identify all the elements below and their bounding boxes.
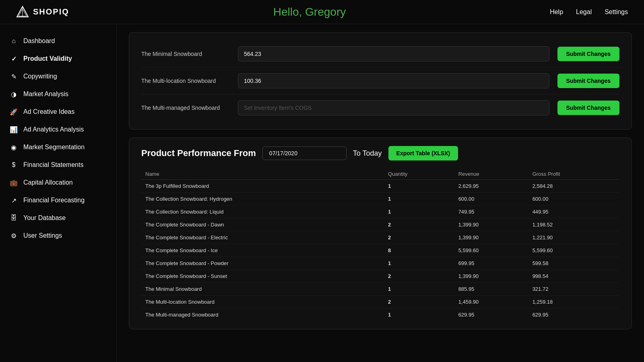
table-row: The 3p Fulfilled Snowboard 1 2,629.95 2,… — [141, 180, 619, 193]
sidebar-item-ad-analytics[interactable]: 📊 Ad Analytics Analysis — [0, 121, 116, 138]
cogs-row-multilocation: The Multi-location Snowboard Submit Chan… — [141, 68, 619, 95]
sidebar-label-product-validity: Product Validity — [23, 55, 72, 62]
sidebar-item-user-settings[interactable]: ⚙ User Settings — [0, 227, 116, 245]
sidebar-item-financial-statements[interactable]: $ Financial Statements — [0, 156, 116, 174]
cell-revenue: 629.95 — [454, 309, 528, 321]
sidebar-item-capital-allocation[interactable]: 💼 Capital Allocation — [0, 174, 116, 191]
cell-qty: 2 — [384, 231, 454, 244]
check-icon: ✓ — [10, 55, 18, 63]
bar-chart-icon: 📊 — [10, 125, 18, 134]
cell-revenue: 1,399.90 — [454, 270, 528, 283]
sidebar-label-financial-forecasting: Financial Forecasting — [23, 197, 85, 204]
app-header: SHOPIQ Hello, Gregory Help Legal Setting… — [0, 0, 644, 24]
sidebar-item-your-database[interactable]: 🗄 Your Database — [0, 209, 116, 227]
col-name: Name — [141, 169, 384, 180]
cell-name: The Multi-managed Snowboard — [141, 309, 384, 321]
cell-revenue: 5,599.60 — [454, 244, 528, 257]
sidebar-item-financial-forecasting[interactable]: ↗ Financial Forecasting — [0, 191, 116, 209]
cell-qty: 8 — [384, 244, 454, 257]
table-row: The Collection Snowboard: Liquid 1 749.9… — [141, 206, 619, 218]
settings-link[interactable]: Settings — [605, 8, 628, 16]
cell-qty: 2 — [384, 218, 454, 231]
cell-name: The Complete Snowboard - Sunset — [141, 270, 384, 283]
sidebar-label-your-database: Your Database — [23, 214, 66, 222]
cell-gross-profit: 1,198.52 — [528, 218, 619, 231]
submit-btn-minimal[interactable]: Submit Changes — [557, 47, 619, 61]
globe-icon: ◉ — [10, 143, 18, 151]
sidebar-label-copywriting: Copywriting — [23, 73, 57, 80]
cell-name: The Complete Snowboard - Powder — [141, 257, 384, 270]
legal-link[interactable]: Legal — [576, 8, 592, 16]
col-gross-profit: Gross Profit — [528, 169, 619, 180]
cell-revenue: 1,399.90 — [454, 218, 528, 231]
table-row: The Complete Snowboard - Dawn 2 1,399.90… — [141, 218, 619, 231]
cell-revenue: 885.95 — [454, 283, 528, 296]
performance-date-input[interactable] — [262, 146, 347, 160]
sidebar: ⌂ Dashboard ✓ Product Validity ✎ Copywri… — [0, 24, 117, 362]
sidebar-label-ad-creative-ideas: Ad Creative Ideas — [23, 108, 74, 115]
table-row: The Complete Snowboard - Powder 1 699.95… — [141, 257, 619, 270]
sidebar-item-market-segmentation[interactable]: ◉ Market Segmentation — [0, 138, 116, 156]
cell-qty: 2 — [384, 270, 454, 283]
cogs-label-minimal: The Minimal Snowboard — [141, 51, 230, 57]
dollar-icon: $ — [10, 161, 18, 169]
cell-qty: 1 — [384, 206, 454, 218]
export-button[interactable]: Export Table (XLSX) — [388, 146, 458, 160]
cell-gross-profit: 599.58 — [528, 257, 619, 270]
logo: SHOPIQ — [16, 6, 69, 19]
trend-icon: ↗ — [10, 196, 18, 204]
sidebar-item-copywriting[interactable]: ✎ Copywriting — [0, 68, 116, 85]
performance-header: Product Performance From To Today Export… — [141, 146, 619, 160]
cell-name: The Collection Snowboard: Liquid — [141, 206, 384, 218]
cogs-label-multimanaged: The Multi-managed Snowboard — [141, 105, 230, 111]
help-link[interactable]: Help — [550, 8, 563, 16]
main-layout: ⌂ Dashboard ✓ Product Validity ✎ Copywri… — [0, 24, 644, 362]
performance-table: Name Quantity Revenue Gross Profit The 3… — [141, 169, 619, 321]
sidebar-item-market-analysis[interactable]: ◑ Market Analysis — [0, 85, 116, 103]
submit-btn-multilocation[interactable]: Submit Changes — [557, 74, 619, 88]
cell-gross-profit: 998.54 — [528, 270, 619, 283]
table-row: The Complete Snowboard - Electric 2 1,39… — [141, 231, 619, 244]
submit-btn-multimanaged[interactable]: Submit Changes — [557, 101, 619, 115]
table-row: The Complete Snowboard - Ice 8 5,599.60 … — [141, 244, 619, 257]
cogs-row-multimanaged: The Multi-managed Snowboard Submit Chang… — [141, 95, 619, 121]
logo-text: SHOPIQ — [33, 7, 69, 16]
performance-title: Product Performance From — [141, 148, 256, 158]
cell-revenue: 2,629.95 — [454, 180, 528, 193]
cell-gross-profit: 1,221.90 — [528, 231, 619, 244]
briefcase-icon: 💼 — [10, 179, 18, 187]
sidebar-label-dashboard: Dashboard — [23, 37, 55, 45]
cogs-card: The Minimal Snowboard Submit Changes The… — [129, 32, 632, 130]
cogs-input-minimal[interactable] — [238, 46, 549, 62]
sidebar-item-ad-creative-ideas[interactable]: 🚀 Ad Creative Ideas — [0, 103, 116, 121]
cogs-input-multilocation[interactable] — [238, 73, 549, 88]
pencil-icon: ✎ — [10, 72, 18, 80]
sidebar-label-capital-allocation: Capital Allocation — [23, 179, 73, 186]
cell-revenue: 1,399.90 — [454, 231, 528, 244]
cell-name: The Complete Snowboard - Dawn — [141, 218, 384, 231]
cell-revenue: 1,459.90 — [454, 296, 528, 309]
sidebar-item-product-validity[interactable]: ✓ Product Validity — [0, 50, 116, 68]
main-content: The Minimal Snowboard Submit Changes The… — [117, 24, 644, 362]
sidebar-label-market-segmentation: Market Segmentation — [23, 144, 85, 151]
cell-revenue: 600.00 — [454, 193, 528, 206]
header-nav: Help Legal Settings — [550, 8, 628, 16]
cell-gross-profit: 5,599.60 — [528, 244, 619, 257]
cogs-label-multilocation: The Multi-location Snowboard — [141, 78, 230, 84]
cell-qty: 1 — [384, 309, 454, 321]
cell-qty: 1 — [384, 180, 454, 193]
to-today-label: To Today — [353, 149, 382, 158]
cell-revenue: 749.95 — [454, 206, 528, 218]
cell-gross-profit: 1,259.18 — [528, 296, 619, 309]
logo-icon — [16, 6, 29, 19]
cell-gross-profit: 600.00 — [528, 193, 619, 206]
cogs-input-multimanaged[interactable] — [238, 100, 549, 115]
greeting: Hello, Gregory — [273, 6, 346, 19]
sidebar-item-dashboard[interactable]: ⌂ Dashboard — [0, 32, 116, 50]
cell-name: The Multi-location Snowboard — [141, 296, 384, 309]
table-row: The Complete Snowboard - Sunset 2 1,399.… — [141, 270, 619, 283]
cell-revenue: 699.95 — [454, 257, 528, 270]
cell-qty: 2 — [384, 296, 454, 309]
table-row: The Collection Snowboard: Hydrogen 1 600… — [141, 193, 619, 206]
cell-qty: 1 — [384, 283, 454, 296]
